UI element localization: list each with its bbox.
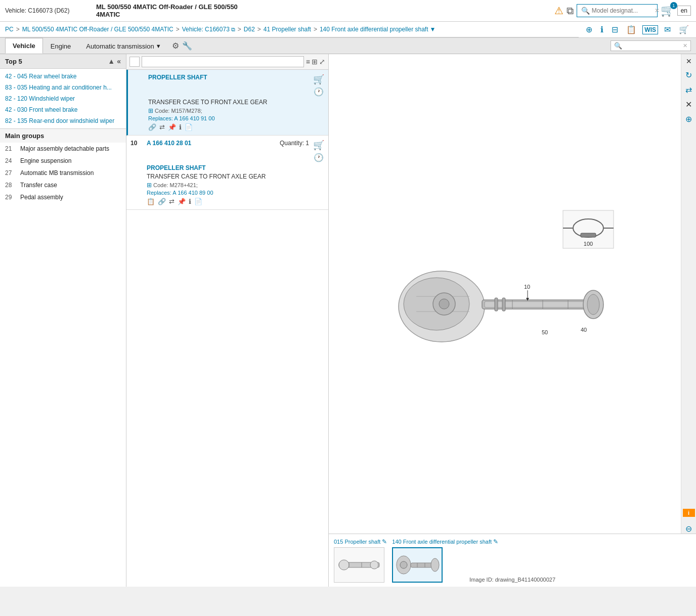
copy-icon[interactable]: ⧉: [567, 5, 574, 17]
icon-info-1[interactable]: ℹ: [179, 123, 182, 131]
swap-icon[interactable]: ⇄: [685, 85, 692, 95]
part-title-1[interactable]: PROPELLER SHAFT: [148, 74, 309, 81]
print-icon[interactable]: 📋: [624, 24, 638, 35]
icon-links-2[interactable]: 🔗: [158, 198, 166, 205]
tab-vehicle[interactable]: Vehicle: [5, 38, 43, 54]
svg-point-18: [587, 294, 599, 315]
diagram-main-assembly[interactable]: 10 40 50: [399, 271, 603, 342]
collapse-icons[interactable]: ▲ «: [108, 57, 121, 65]
group-item-27[interactable]: 27 Automatic MB transmission: [0, 167, 126, 179]
group-item-24[interactable]: 24 Engine suspension: [0, 155, 126, 167]
collapse-up-icon[interactable]: ▲: [108, 57, 115, 65]
icon-links-1[interactable]: 🔗: [148, 123, 156, 131]
cart-button[interactable]: 🛒 1: [661, 4, 674, 17]
model-title: ML 500/550 4MATIC Off-Roader / GLE 500/5…: [96, 3, 549, 18]
info-icon[interactable]: ℹ: [598, 24, 605, 35]
top5-item[interactable]: 42 - 030 Front wheel brake: [0, 104, 126, 115]
tab-tool-icon[interactable]: 🔧: [182, 41, 192, 51]
center-search-input[interactable]: [142, 56, 304, 67]
language-selector[interactable]: en: [677, 6, 691, 16]
group-item-29[interactable]: 29 Pedal assembly: [0, 191, 126, 203]
cart-add-icon-1[interactable]: 🛒: [313, 74, 324, 85]
collapse-double-icon[interactable]: «: [117, 57, 121, 65]
breadcrumb-current[interactable]: 140 Front axle differential propeller sh…: [320, 26, 428, 33]
breadcrumb-d62[interactable]: D62: [244, 26, 255, 33]
part-replaces-1[interactable]: Replaces: A 166 410 91 00: [132, 115, 324, 121]
breadcrumb-propeller-shaft[interactable]: 41 Propeller shaft: [264, 26, 311, 33]
email-icon[interactable]: ✉: [662, 24, 673, 35]
clock-icon-1[interactable]: 🕐: [314, 87, 324, 97]
thumb-label-1[interactable]: 015 Propeller shaft ✎: [334, 538, 387, 545]
thumb-edit-icon-2[interactable]: ✎: [493, 538, 498, 545]
model-search-input[interactable]: [592, 7, 652, 14]
tab-search-input[interactable]: [622, 42, 683, 50]
icon-swap-2[interactable]: ⇄: [169, 198, 175, 205]
list-view-icon[interactable]: ≡: [306, 58, 310, 66]
icon-doc-1[interactable]: 📄: [185, 123, 193, 131]
tab-extra-icons: ⚙ 🔧: [172, 41, 192, 51]
filter-icon[interactable]: ⊟: [610, 24, 620, 35]
clear-search-icon[interactable]: ✕: [655, 7, 660, 14]
tab-engine[interactable]: Engine: [43, 38, 78, 54]
tabs-bar: Vehicle Engine Automatic transmission ▼ …: [0, 38, 696, 54]
thumb-img-2[interactable]: [392, 547, 443, 583]
cross-icon[interactable]: ✕: [685, 100, 692, 109]
cart-add-icon-2[interactable]: 🛒: [313, 140, 324, 151]
thumb-img-1[interactable]: [334, 547, 384, 583]
svg-point-11: [439, 299, 449, 309]
center-checkbox[interactable]: [129, 57, 140, 67]
parts-list: PROPELLER SHAFT 🛒 🕐 TRANSFER CASE TO FRO…: [126, 70, 328, 587]
tab-dropdown-arrow[interactable]: ▼: [156, 43, 161, 49]
target-icon[interactable]: ⊕: [685, 114, 692, 124]
group-item-21[interactable]: 21 Major assembly detachable parts: [0, 143, 126, 155]
cart-icon[interactable]: 🛒: [677, 24, 691, 35]
close-diagram-icon[interactable]: ✕: [686, 57, 692, 65]
svg-text:10: 10: [524, 284, 530, 290]
grid-view-icon[interactable]: ⊞: [312, 58, 318, 66]
part-replaces-2[interactable]: Replaces: A 166 410 89 00: [130, 190, 324, 196]
wis-icon[interactable]: WIS: [642, 25, 658, 34]
thumb-edit-icon-1[interactable]: ✎: [382, 538, 387, 545]
diagram-svg-wrap: 100: [391, 205, 634, 382]
top5-item[interactable]: 83 - 035 Heating and air conditioner h..…: [0, 82, 126, 93]
svg-text:100: 100: [584, 241, 593, 247]
clock-icon-2[interactable]: 🕐: [314, 153, 324, 162]
icon-info-2[interactable]: ℹ: [189, 198, 191, 205]
tab-settings-icon[interactable]: ⚙: [172, 41, 179, 51]
icon-pin-2[interactable]: 📌: [178, 198, 186, 205]
diagram-part-100[interactable]: 100: [563, 210, 614, 248]
icon-swap-1[interactable]: ⇄: [159, 123, 165, 131]
model-search-box[interactable]: 🔍 ✕: [577, 4, 658, 17]
thumb-label-2[interactable]: 140 Front axle differential propeller sh…: [392, 538, 498, 545]
icon-doc-2b[interactable]: 📋: [147, 198, 155, 205]
tab-search-clear[interactable]: ✕: [683, 42, 687, 49]
right-sidebar-icons: ✕ ↻ ⇄ ✕ ⊕ i ⊖: [681, 54, 696, 534]
tab-automatic-transmission[interactable]: Automatic transmission ▼: [78, 38, 168, 54]
icon-pin-1[interactable]: 📌: [168, 123, 176, 131]
breadcrumb-model[interactable]: ML 500/550 4MATIC Off-Roader / GLE 500/5…: [22, 26, 173, 33]
icon-doc-2[interactable]: 📄: [194, 198, 202, 205]
thumb-svg-2: [395, 551, 440, 579]
breadcrumb-vehicle[interactable]: Vehicle: C166073: [182, 26, 230, 33]
top5-item[interactable]: 42 - 045 Rear wheel brake: [0, 71, 126, 82]
breadcrumb-pc[interactable]: PC: [5, 26, 14, 33]
top5-item[interactable]: 82 - 135 Rear-end door windshield wiper: [0, 115, 126, 126]
orange-indicator[interactable]: i: [683, 509, 695, 517]
part-item-2: 10 A 166 410 28 01 Quantity: 1 🛒 🕐 PROPE…: [126, 136, 328, 210]
rotate-icon[interactable]: ↻: [685, 70, 692, 80]
part-actions-1: 🛒 🕐: [313, 74, 324, 97]
search-icon: 🔍: [581, 7, 590, 15]
zoom-out-icon[interactable]: ⊖: [685, 524, 692, 534]
breadcrumb: PC > ML 500/550 4MATIC Off-Roader / GLE …: [0, 22, 579, 37]
breadcrumb-dropdown-arrow[interactable]: ▼: [430, 26, 436, 33]
svg-text:50: 50: [542, 329, 548, 335]
vehicle-link-icon[interactable]: ⧉: [231, 26, 235, 33]
toolbar-icons: ⊕ ℹ ⊟ 📋 WIS ✉ 🛒: [579, 22, 696, 37]
alert-icon[interactable]: ⚠: [554, 5, 563, 17]
zoom-in-icon[interactable]: ⊕: [584, 24, 594, 35]
top5-item[interactable]: 82 - 120 Windshield wiper: [0, 93, 126, 104]
group-item-28[interactable]: 28 Transfer case: [0, 179, 126, 191]
part-number-2[interactable]: A 166 410 28 01: [147, 140, 276, 147]
thumb-group-2: 140 Front axle differential propeller sh…: [392, 538, 498, 583]
expand-view-icon[interactable]: ⤢: [319, 58, 325, 66]
